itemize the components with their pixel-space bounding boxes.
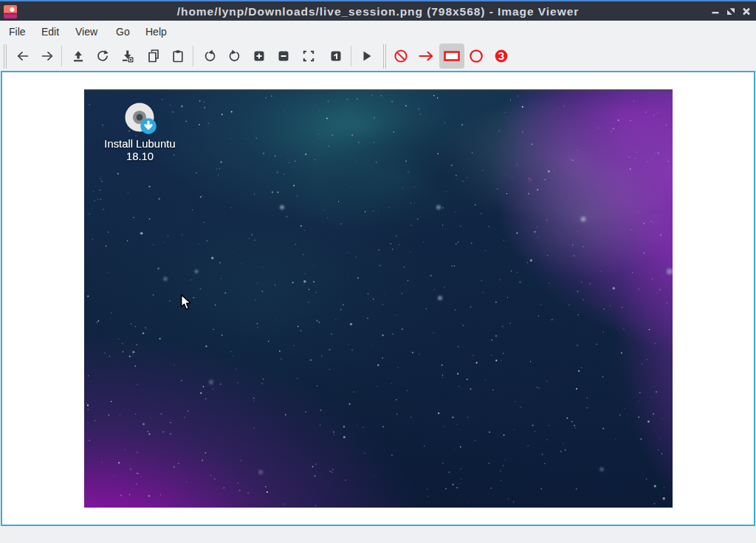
svg-text:Install Lubuntu: Install Lubuntu <box>104 138 175 150</box>
svg-text:18.10: 18.10 <box>126 151 154 162</box>
